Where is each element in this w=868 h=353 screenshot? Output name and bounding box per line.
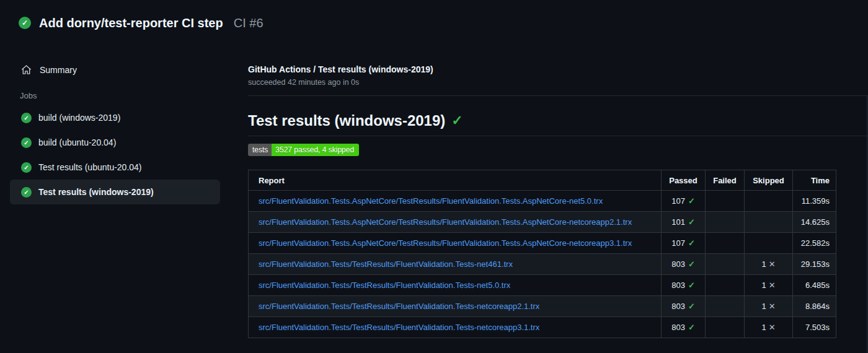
skip-x-icon: ✕ — [769, 323, 776, 332]
run-number: CI #6 — [234, 16, 264, 30]
report-link[interactable]: src/FluentValidation.Tests/TestResults/F… — [259, 323, 539, 332]
table-row: src/FluentValidation.Tests/TestResults/F… — [249, 254, 836, 275]
report-table-body: src/FluentValidation.Tests.AspNetCore/Te… — [249, 191, 836, 338]
time-value: 6.485s — [793, 275, 836, 296]
jobs-section-label: Jobs — [0, 81, 248, 105]
column-header-time: Time — [793, 170, 836, 191]
failed-count — [706, 275, 745, 296]
home-icon — [21, 64, 32, 75]
table-row: src/FluentValidation.Tests/TestResults/F… — [249, 317, 836, 338]
pass-check-icon: ✓ — [688, 238, 695, 248]
passed-count: 107 — [671, 238, 685, 248]
section-heading: Test results (windows-2019) ✓ — [248, 96, 868, 136]
time-value: 22.582s — [793, 233, 836, 254]
time-value: 14.625s — [793, 212, 836, 233]
report-link[interactable]: src/FluentValidation.Tests/TestResults/F… — [259, 302, 539, 311]
report-link[interactable]: src/FluentValidation.Tests/TestResults/F… — [259, 259, 513, 269]
column-header-failed: Failed — [706, 170, 745, 191]
job-success-check-icon: ✓ — [21, 162, 32, 173]
skipped-count: 1 — [761, 302, 766, 311]
job-success-check-icon: ✓ — [21, 113, 32, 123]
time-value: 7.503s — [793, 317, 836, 338]
failed-count — [706, 191, 745, 212]
time-value: 11.359s — [793, 191, 836, 212]
section-check-icon: ✓ — [451, 114, 463, 128]
report-link[interactable]: src/FluentValidation.Tests/TestResults/F… — [259, 281, 510, 290]
table-row: src/FluentValidation.Tests/TestResults/F… — [249, 275, 836, 296]
sidebar-item-summary[interactable]: Summary — [0, 58, 248, 81]
pass-check-icon: ✓ — [688, 259, 695, 269]
sidebar-job-item[interactable]: ✓ Test results (ubuntu-20.04) — [10, 155, 220, 180]
page-right-border — [867, 96, 867, 353]
job-label: build (ubuntu-20.04) — [38, 137, 116, 147]
passed-count: 803 — [671, 323, 685, 332]
passed-count: 803 — [671, 259, 685, 269]
pass-check-icon: ✓ — [688, 281, 695, 290]
report-table: Report Passed Failed Skipped Time src/Fl… — [248, 170, 836, 338]
job-title: GitHub Actions / Test results (windows-2… — [248, 64, 868, 74]
job-success-check-icon: ✓ — [21, 187, 32, 198]
badge-label: tests — [248, 144, 272, 156]
main-content: GitHub Actions / Test results (windows-2… — [248, 31, 868, 338]
passed-count: 803 — [671, 281, 685, 290]
column-header-skipped: Skipped — [745, 170, 793, 191]
job-status-text: succeeded 42 minutes ago in 0s — [248, 78, 868, 87]
sidebar-jobs-list: ✓ build (windows-2019) ✓ build (ubuntu-2… — [0, 105, 248, 204]
passed-count: 803 — [671, 302, 685, 311]
skipped-count: 1 — [761, 281, 766, 290]
table-header-row: Report Passed Failed Skipped Time — [249, 170, 836, 191]
report-link[interactable]: src/FluentValidation.Tests.AspNetCore/Te… — [259, 217, 632, 227]
sidebar-job-item[interactable]: ✓ build (ubuntu-20.04) — [10, 130, 220, 155]
tests-badge: tests 3527 passed, 4 skipped — [248, 144, 359, 156]
job-label: Test results (windows-2019) — [38, 187, 154, 197]
summary-label: Summary — [40, 65, 77, 75]
skip-x-icon: ✕ — [769, 302, 776, 311]
table-row: src/FluentValidation.Tests.AspNetCore/Te… — [249, 191, 836, 212]
table-row: src/FluentValidation.Tests/TestResults/F… — [249, 296, 836, 317]
report-link[interactable]: src/FluentValidation.Tests.AspNetCore/Te… — [259, 238, 632, 248]
failed-count — [706, 296, 745, 317]
pass-check-icon: ✓ — [688, 323, 695, 332]
failed-count — [706, 212, 745, 233]
passed-count: 107 — [671, 196, 685, 206]
pass-check-icon: ✓ — [688, 302, 695, 311]
report-link[interactable]: src/FluentValidation.Tests.AspNetCore/Te… — [259, 196, 603, 206]
job-label: Test results (ubuntu-20.04) — [38, 162, 142, 172]
section-title: Test results (windows-2019) — [248, 112, 445, 129]
column-header-passed: Passed — [662, 170, 706, 191]
skipped-count: 1 — [761, 323, 766, 332]
failed-count — [706, 233, 745, 254]
failed-count — [706, 317, 745, 338]
pass-check-icon: ✓ — [688, 196, 695, 206]
run-title: Add dorny/test-reporter CI step — [39, 16, 223, 30]
pass-check-icon: ✓ — [688, 217, 695, 227]
job-label: build (windows-2019) — [38, 113, 120, 123]
run-status-check-icon: ✓ — [19, 17, 31, 29]
badge-value: 3527 passed, 4 skipped — [272, 144, 359, 156]
sidebar: Summary Jobs ✓ build (windows-2019) ✓ bu… — [0, 31, 248, 338]
table-row: src/FluentValidation.Tests.AspNetCore/Te… — [249, 212, 836, 233]
sidebar-job-item[interactable]: ✓ Test results (windows-2019) — [10, 180, 220, 204]
passed-count: 101 — [671, 217, 685, 227]
skipped-count: 1 — [761, 259, 766, 269]
sidebar-job-item[interactable]: ✓ build (windows-2019) — [10, 105, 220, 130]
time-value: 29.153s — [793, 254, 836, 275]
skip-x-icon: ✕ — [769, 259, 776, 269]
skip-x-icon: ✕ — [769, 281, 776, 290]
table-row: src/FluentValidation.Tests.AspNetCore/Te… — [249, 233, 836, 254]
failed-count — [706, 254, 745, 275]
run-header: ✓ Add dorny/test-reporter CI step CI #6 — [0, 0, 868, 31]
job-success-check-icon: ✓ — [21, 137, 32, 148]
column-header-report: Report — [249, 170, 662, 191]
time-value: 8.864s — [793, 296, 836, 317]
